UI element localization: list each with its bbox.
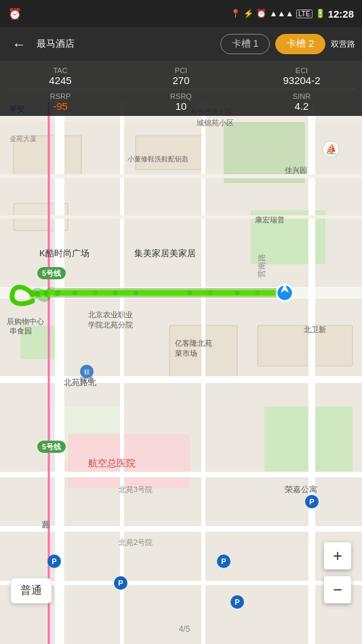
tac-label: TAC: [0, 66, 121, 75]
svg-point-33: [188, 291, 193, 296]
svg-text:集美家居美家居: 集美家居美家居: [134, 248, 196, 258]
svg-text:联通: 联通: [80, 376, 94, 384]
back-button[interactable]: ←: [7, 34, 31, 55]
road-label: 双营路: [331, 39, 355, 50]
svg-rect-8: [136, 136, 203, 169]
svg-text:串食园: 串食园: [9, 327, 32, 335]
svg-point-27: [55, 290, 60, 296]
svg-point-34: [208, 291, 213, 296]
signal-bars-icon: ▲▲▲: [269, 9, 294, 18]
svg-text:K酷时尚广场: K酷时尚广场: [39, 248, 89, 258]
svg-text:北卫新: 北卫新: [304, 325, 326, 334]
alarm-icon: ⏰: [8, 7, 22, 20]
svg-text:5号线: 5号线: [42, 269, 61, 277]
nav-bar: ← 最马酒店 卡槽 1 卡槽 2 双营路: [0, 27, 362, 61]
mode-label[interactable]: 普通: [11, 578, 52, 603]
svg-point-32: [161, 291, 165, 296]
location-icon: 📍: [230, 9, 241, 18]
svg-text:亿客隆北苑: 亿客隆北苑: [174, 339, 212, 347]
svg-text:城锦苑小区: 城锦苑小区: [196, 119, 234, 127]
info-panel: TAC 4245 PCI 270 ECI 93204-2 RSRP -95 RS…: [0, 61, 362, 116]
svg-text:P: P: [221, 557, 226, 565]
svg-point-30: [113, 291, 118, 296]
rsrp-label: RSRP: [0, 92, 121, 100]
svg-text:学院北苑分院: 学院北苑分院: [88, 321, 133, 329]
rsrq-label: RSRQ: [121, 92, 241, 100]
svg-text:北京农业职业: 北京农业职业: [88, 310, 133, 319]
svg-point-35: [235, 291, 240, 296]
pci-value: 270: [121, 75, 241, 86]
svg-text:康宏瑞普: 康宏瑞普: [255, 216, 285, 224]
svg-text:辰购物中心: 辰购物中心: [7, 317, 44, 325]
svg-text:联: 联: [84, 369, 90, 376]
tac-value: 4245: [0, 75, 121, 86]
svg-point-31: [134, 291, 138, 296]
svg-text:金苑大厦: 金苑大厦: [9, 135, 37, 142]
sim2-tab[interactable]: 卡槽 2: [275, 34, 325, 54]
bluetooth-icon: ⚡: [243, 9, 254, 18]
svg-point-26: [43, 290, 49, 296]
svg-text:航空总医院: 航空总医院: [88, 458, 136, 468]
svg-point-29: [93, 291, 98, 296]
eci-label: ECI: [241, 66, 362, 75]
status-bar: ⏰ 📍 ⚡ ⏰ ▲▲▲ LTE 🔋 12:28: [0, 0, 362, 27]
svg-text:荣嘉公寓: 荣嘉公寓: [285, 485, 317, 494]
zoom-in-button[interactable]: +: [324, 542, 351, 569]
time-display: 12:28: [328, 8, 354, 20]
svg-text:营南路: 营南路: [257, 254, 266, 278]
sinr-label: SINR: [241, 92, 362, 100]
svg-point-36: [256, 291, 260, 296]
svg-text:菜市场: 菜市场: [175, 349, 197, 357]
svg-text:佳兴园: 佳兴园: [285, 166, 307, 174]
hotel-name-label: 最马酒店: [37, 38, 75, 50]
rsrp-value: -95: [0, 100, 121, 112]
svg-point-28: [73, 291, 77, 296]
lte-badge: LTE: [296, 9, 313, 18]
svg-text:北苑3号院: 北苑3号院: [119, 485, 153, 494]
svg-text:北苑2号院: 北苑2号院: [119, 538, 153, 546]
svg-text:P: P: [118, 579, 123, 587]
zoom-out-button[interactable]: −: [324, 576, 351, 603]
svg-text:P: P: [235, 598, 239, 606]
eci-value: 93204-2: [241, 75, 362, 86]
rsrq-value: 10: [121, 100, 241, 112]
svg-text:小董修鞋洗鞋配钥匙: 小董修鞋洗鞋配钥匙: [127, 155, 188, 163]
svg-text:4/5: 4/5: [179, 624, 190, 634]
svg-text:P: P: [52, 557, 56, 565]
svg-text:P: P: [309, 498, 314, 506]
battery-icon: 🔋: [315, 9, 325, 18]
svg-point-25: [35, 291, 40, 296]
sim1-tab[interactable]: 卡槽 1: [220, 34, 270, 54]
alarm2-icon: ⏰: [256, 9, 266, 18]
svg-text:⛵: ⛵: [325, 144, 338, 155]
svg-text:5号线: 5号线: [42, 443, 61, 451]
pci-label: PCI: [121, 66, 241, 75]
sinr-value: 4.2: [241, 100, 362, 112]
